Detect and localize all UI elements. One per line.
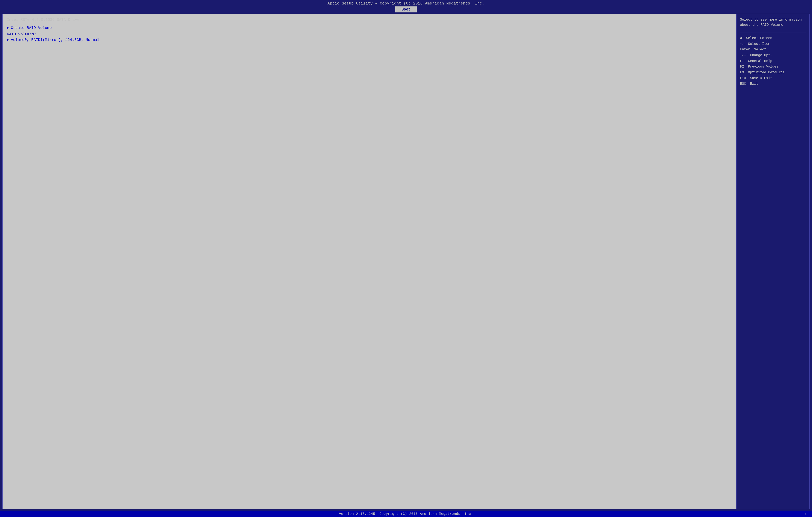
key-previous-values: F2: Previous Values (740, 64, 806, 70)
left-panel: Intel RSTe 4.2.0.1036 SATA Driver ► Crea… (3, 14, 736, 509)
title-bar: Aptio Setup Utility – Copyright (C) 2016… (0, 0, 812, 6)
create-raid-volume-item[interactable]: ► Create RAID Volume (7, 26, 732, 30)
raid-volumes-section-label: RAID Volumes: (7, 32, 732, 36)
main-content: Intel RSTe 4.2.0.1036 SATA Driver ► Crea… (2, 14, 810, 509)
key-esc-exit: ESC: Exit (740, 81, 806, 87)
bios-screen: Aptio Setup Utility – Copyright (C) 2016… (0, 0, 812, 517)
footer-text: Version 2.17.1245. Copyright (C) 2016 Am… (339, 512, 473, 516)
arrow-icon: ► (7, 26, 9, 30)
tab-row: Boot (0, 6, 812, 12)
volume0-label: Volume0, RAID1(Mirror), 424.8GB, Normal (11, 38, 99, 42)
key-enter-select: Enter: Select (740, 47, 806, 53)
key-help: ⇄: Select Screen ↑↓: Select Item Enter: … (740, 35, 806, 87)
volume0-item[interactable]: ► Volume0, RAID1(Mirror), 424.8GB, Norma… (7, 38, 732, 42)
right-panel: Select to see more information about the… (736, 14, 809, 509)
footer-badge: AB (805, 512, 809, 516)
driver-title: Intel RSTe 4.2.0.1036 SATA Driver (7, 18, 82, 22)
help-text: Select to see more information about the… (740, 17, 806, 27)
volume-arrow-icon: ► (7, 38, 9, 42)
key-general-help: F1: General Help (740, 58, 806, 64)
title-text: Aptio Setup Utility – Copyright (C) 2016… (327, 1, 485, 6)
create-raid-label: Create RAID Volume (11, 26, 52, 30)
boot-tab[interactable]: Boot (395, 6, 417, 12)
key-optimized-defaults: F9: Optimized Defaults (740, 70, 806, 76)
key-save-exit: F10: Save & Exit (740, 76, 806, 81)
key-change-opt: +/–: Change Opt. (740, 53, 806, 58)
footer: Version 2.17.1245. Copyright (C) 2016 Am… (0, 511, 812, 517)
key-select-item: ↑↓: Select Item (740, 41, 806, 47)
key-select-screen: ⇄: Select Screen (740, 35, 806, 41)
